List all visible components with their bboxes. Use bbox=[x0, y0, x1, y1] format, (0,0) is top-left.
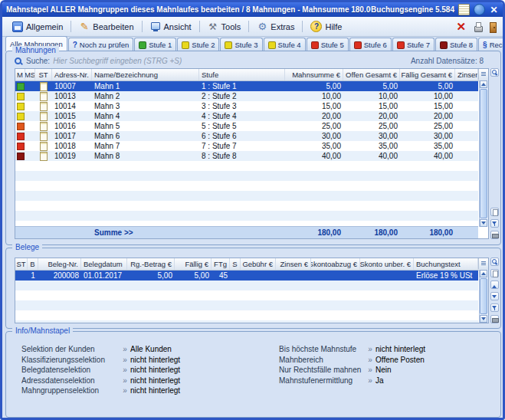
toolbar-button-allgemein[interactable]: Allgemein bbox=[7, 20, 68, 34]
cell bbox=[241, 290, 276, 300]
scroll-down-icon[interactable] bbox=[480, 315, 487, 323]
scroll-thumb[interactable] bbox=[480, 89, 487, 218]
column-header[interactable]: Buchungstext bbox=[414, 258, 478, 270]
column-header[interactable]: Fällig Gesamt € bbox=[400, 69, 455, 80]
column-header[interactable]: Fällig € bbox=[175, 258, 212, 270]
column-header[interactable]: MS bbox=[25, 69, 35, 80]
print-icon[interactable] bbox=[490, 315, 499, 323]
stufe-color-icon bbox=[440, 41, 448, 49]
cell bbox=[25, 171, 35, 181]
cell: 10015 bbox=[52, 111, 92, 121]
filter-icon[interactable] bbox=[490, 219, 499, 228]
tab-stufe-6[interactable]: Stufe 6 bbox=[349, 38, 392, 51]
mahnung-row[interactable]: 10013Mahn 22 : Stufe 210,0010,0010,00 bbox=[15, 91, 478, 101]
column-header[interactable]: Adress-Nr. bbox=[52, 69, 92, 80]
column-header[interactable]: Stufe bbox=[199, 69, 285, 80]
exit-icon[interactable] bbox=[487, 21, 498, 32]
mahnung-row[interactable]: 10019Mahn 88 : Stufe 840,0040,0040,00 bbox=[15, 151, 478, 161]
scroll-thumb[interactable] bbox=[480, 278, 487, 314]
move-up-icon[interactable] bbox=[490, 281, 499, 289]
cell bbox=[25, 161, 35, 171]
column-header[interactable]: Skonto unber. € bbox=[360, 258, 414, 270]
vertical-scrollbar[interactable] bbox=[479, 270, 488, 323]
document-icon[interactable] bbox=[490, 269, 499, 277]
mahnung-row[interactable]: 10017Mahn 66 : Stufe 630,0030,0030,00 bbox=[15, 131, 478, 141]
scroll-down-icon[interactable] bbox=[480, 219, 487, 227]
cell bbox=[127, 281, 175, 290]
tab-rechtsfaelle[interactable]: §Rechtsfälle bbox=[478, 38, 505, 51]
separator: » bbox=[365, 366, 375, 374]
cell: Mahn 1 bbox=[92, 81, 199, 91]
column-options-icon[interactable] bbox=[478, 258, 488, 269]
mahnung-row[interactable]: 10007Mahn 11 : Stufe 15,005,005,00 bbox=[15, 81, 478, 91]
column-header[interactable]: Belegdatum bbox=[81, 258, 127, 270]
tab-noch-zu-pruefen[interactable]: ?Noch zu prüfen bbox=[68, 38, 134, 51]
toolbar-button-extras[interactable]: Extras bbox=[251, 20, 300, 34]
abort-icon[interactable]: ✕ bbox=[451, 21, 471, 32]
cell bbox=[311, 310, 360, 320]
scroll-up-icon[interactable] bbox=[480, 270, 487, 277]
cell: 5 : Stufe 5 bbox=[199, 121, 285, 131]
search-input[interactable]: Hier Suchbegriff eingeben (STRG +S) bbox=[53, 57, 182, 65]
cell bbox=[241, 281, 276, 290]
vertical-scrollbar[interactable] bbox=[479, 80, 488, 227]
summe-mahnsumme: 180,00 bbox=[285, 227, 343, 238]
cell bbox=[25, 201, 35, 211]
toolbar-button-bearbeiten[interactable]: Bearbeiten bbox=[74, 20, 139, 34]
info-label: Mahngruppenselektion bbox=[21, 386, 120, 395]
printer-icon[interactable] bbox=[473, 21, 484, 32]
mahnung-row[interactable]: 10016Mahn 55 : Stufe 525,0025,0025,00 bbox=[15, 121, 478, 131]
bearbeiten-icon bbox=[79, 21, 90, 32]
tab-stufe-7[interactable]: Stufe 7 bbox=[392, 38, 434, 51]
tab-stufe-2[interactable]: Stufe 2 bbox=[177, 38, 219, 51]
column-header[interactable]: Mahnsumme € bbox=[285, 69, 343, 80]
info-icon[interactable] bbox=[474, 4, 485, 15]
column-header[interactable]: B bbox=[28, 258, 38, 270]
tab-stufe-8[interactable]: Stufe 8 bbox=[435, 38, 477, 51]
scroll-up-icon[interactable] bbox=[480, 80, 487, 88]
mahnung-row[interactable]: 10014Mahn 33 : Stufe 315,0015,0015,00 bbox=[15, 101, 478, 111]
notes-icon[interactable] bbox=[458, 4, 470, 15]
column-header[interactable]: Gebühr € bbox=[241, 258, 276, 270]
tab-stufe-5[interactable]: Stufe 5 bbox=[307, 38, 349, 51]
column-header[interactable]: Rg.-Betrag € bbox=[127, 258, 175, 270]
document-icon bbox=[40, 82, 48, 91]
column-header[interactable]: Offen Gesamt € bbox=[343, 69, 400, 80]
tab-stufe-4[interactable]: Stufe 4 bbox=[264, 38, 306, 51]
column-header[interactable]: S bbox=[230, 258, 241, 270]
zoom-icon[interactable] bbox=[490, 68, 499, 77]
cell bbox=[28, 320, 38, 323]
zoom-icon[interactable] bbox=[490, 258, 499, 266]
column-header[interactable]: Name/Bezeichnung bbox=[92, 69, 199, 80]
toolbar-button-ansicht[interactable]: Ansicht bbox=[145, 20, 197, 34]
cell bbox=[285, 201, 343, 211]
tab-stufe-1[interactable]: Stufe 1 bbox=[134, 38, 176, 51]
toolbar-button-tools[interactable]: Tools bbox=[202, 20, 247, 34]
cell bbox=[400, 171, 455, 181]
column-header[interactable]: ST bbox=[35, 69, 52, 80]
cell bbox=[15, 131, 25, 141]
document-icon[interactable] bbox=[490, 208, 499, 216]
close-icon[interactable]: ✕ bbox=[489, 5, 499, 15]
cell bbox=[455, 181, 478, 191]
info-group-title: Info/Mahnstapel bbox=[12, 326, 73, 335]
column-options-icon[interactable] bbox=[478, 69, 488, 80]
column-header[interactable]: FTg bbox=[212, 258, 230, 270]
mahnung-row[interactable]: 10018Mahn 77 : Stufe 735,0035,0035,00 bbox=[15, 141, 478, 151]
toolbar-button-hilfe[interactable]: Hilfe bbox=[305, 19, 347, 34]
column-header[interactable]: Skontoabzug € bbox=[311, 258, 360, 270]
tab-stufe-3[interactable]: Stufe 3 bbox=[220, 38, 262, 51]
print-icon[interactable] bbox=[490, 231, 499, 239]
beleg-row[interactable]: 120000801.01.20175,005,0045Erlöse 19 % U… bbox=[15, 271, 478, 281]
column-header[interactable]: Beleg-Nr. bbox=[38, 258, 81, 270]
column-header[interactable]: M bbox=[15, 69, 25, 80]
column-header[interactable]: Zinsen € bbox=[276, 258, 311, 270]
filter-icon[interactable] bbox=[490, 304, 499, 312]
mahnung-row[interactable]: 10015Mahn 44 : Stufe 420,0020,0020,00 bbox=[15, 111, 478, 121]
column-header[interactable]: Zinsen bbox=[455, 69, 478, 80]
cell bbox=[35, 91, 52, 101]
cell bbox=[35, 191, 52, 201]
column-header[interactable]: ST bbox=[15, 258, 28, 270]
move-down-icon[interactable] bbox=[490, 292, 499, 300]
cell bbox=[343, 201, 400, 211]
